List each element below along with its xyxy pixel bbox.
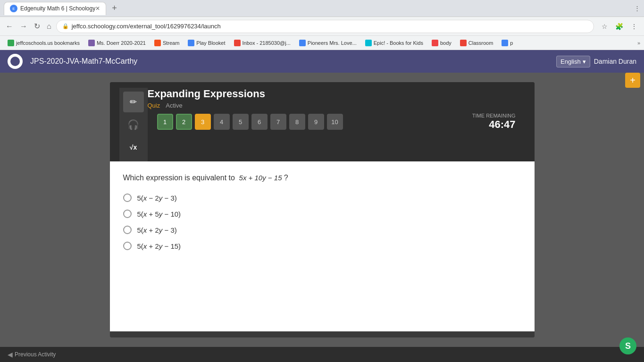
tools-sidebar: ✏ 🎧 √x: [119, 88, 148, 161]
audio-tool-button[interactable]: 🎧: [123, 114, 144, 135]
bookmark-label: Ms. Doerr 2020-2021: [97, 40, 146, 46]
bookmark-label: Stream: [163, 40, 179, 46]
reload-button[interactable]: ↻: [32, 20, 42, 33]
option-c-text: 5(x + 2y − 3): [137, 226, 177, 234]
question-number-2[interactable]: 2: [176, 114, 192, 130]
option-b[interactable]: 5(x + 5y − 10): [123, 210, 521, 218]
bookmark-label: Play Blooket: [196, 40, 225, 46]
bookmark-icon: [502, 40, 508, 46]
add-button[interactable]: +: [625, 73, 640, 88]
bookmark-inbox[interactable]: Inbox - 2185030@j...: [230, 39, 294, 47]
new-tab-button[interactable]: +: [108, 3, 121, 13]
bookmark-label: jeffcoschools.us bookmarks: [16, 40, 80, 46]
quiz-meta: Quiz Active: [148, 102, 525, 109]
formula-tool-button[interactable]: √x: [123, 137, 144, 158]
extensions-button[interactable]: 🧩: [612, 21, 626, 32]
bookmark-label: p: [510, 40, 513, 46]
bookmark-blooket[interactable]: Play Blooket: [184, 39, 229, 47]
question-number-3[interactable]: 3: [195, 114, 211, 130]
browser-toolbar: ☆ 🧩 ⋮: [599, 21, 640, 32]
bookmarks-bar: jeffcoschools.us bookmarks Ms. Doerr 202…: [0, 36, 644, 50]
app-logo: [8, 54, 23, 69]
option-d-text: 5(x + 2y − 15): [137, 242, 181, 250]
question-end: ?: [284, 174, 288, 182]
option-b-radio[interactable]: [123, 210, 132, 218]
bookmark-pioneers[interactable]: Pioneers Mrs. Love...: [295, 39, 360, 47]
question-number-6[interactable]: 6: [251, 114, 268, 130]
option-c-radio[interactable]: [123, 226, 132, 234]
question-text: Which expression is equivalent to 5x + 1…: [123, 173, 521, 182]
bookmark-star-button[interactable]: ☆: [599, 21, 611, 32]
question-content: Which expression is equivalent to 5x + 1…: [110, 161, 535, 331]
bookmark-icon: [365, 40, 372, 46]
option-c[interactable]: 5(x + 2y − 3): [123, 226, 521, 234]
bookmark-icon: [8, 40, 14, 46]
bookmark-doerr[interactable]: Ms. Doerr 2020-2021: [84, 39, 150, 47]
quiz-container: ✏ 🎧 √x Expanding Expressions Quiz Active…: [110, 82, 535, 337]
bookmark-icon: [234, 40, 241, 46]
timer-section: TIME REMAINING 46:47: [472, 113, 516, 131]
math-expression: 5x + 10y − 15: [237, 174, 284, 182]
bookmark-label: Inbox - 2185030@j...: [243, 40, 291, 46]
question-number-9[interactable]: 9: [308, 114, 324, 130]
browser-nav: ← → ↻ ⌂ 🔒 jeffco.schoology.com/external_…: [0, 17, 644, 36]
question-number-7[interactable]: 7: [270, 114, 286, 130]
bookmark-icon: [460, 40, 467, 46]
bookmark-icon: [299, 40, 306, 46]
quiz-header-content: Expanding Expressions Quiz Active 1 2 3 …: [148, 88, 525, 161]
bookmark-icon: [154, 40, 161, 46]
bookmark-stream[interactable]: Stream: [151, 39, 183, 47]
browser-tab[interactable]: E Edgenuity Math 6 | Schoology ✕: [4, 2, 106, 15]
bookmark-classroom[interactable]: Classroom: [456, 39, 497, 47]
option-d-radio[interactable]: [123, 242, 132, 250]
browser-menu-button[interactable]: ⋮: [628, 21, 640, 32]
question-number-8[interactable]: 8: [289, 114, 305, 130]
more-bookmarks-button[interactable]: »: [637, 40, 640, 46]
bottom-bar: ◀ Previous Activity: [0, 347, 644, 362]
user-avatar[interactable]: S: [619, 337, 636, 354]
lock-icon: 🔒: [62, 23, 69, 29]
option-a-radio[interactable]: [123, 194, 132, 202]
language-label: English: [560, 58, 581, 65]
home-button[interactable]: ⌂: [45, 20, 53, 33]
address-text: jeffco.schoology.com/external_tool/16299…: [72, 23, 221, 30]
bookmark-label: Classroom: [468, 40, 493, 46]
chevron-down-icon: ▾: [583, 58, 586, 65]
forward-button[interactable]: →: [18, 20, 29, 33]
question-number-4[interactable]: 4: [214, 114, 230, 130]
question-number-5[interactable]: 5: [233, 114, 249, 130]
chrome-menu-icon: ⋮: [634, 5, 640, 12]
quiz-status: Active: [166, 102, 182, 109]
app-header: JPS-2020-JVA-Math7-McCarthy English ▾ Da…: [0, 50, 644, 73]
question-number-10[interactable]: 10: [327, 114, 343, 130]
bookmark-p[interactable]: p: [498, 39, 517, 47]
quiz-header: ✏ 🎧 √x Expanding Expressions Quiz Active…: [110, 82, 535, 161]
user-name: Damian Duran: [594, 58, 636, 65]
bookmark-body[interactable]: body: [428, 39, 455, 47]
back-button[interactable]: ←: [4, 20, 15, 33]
option-d[interactable]: 5(x + 2y − 15): [123, 242, 521, 250]
question-numbers: 1 2 3 4 5 6 7 8 9 10: [157, 114, 343, 130]
question-number-1[interactable]: 1: [157, 114, 173, 130]
prev-activity-arrow[interactable]: ◀: [8, 351, 13, 358]
tab-favicon: E: [10, 5, 17, 12]
option-b-text: 5(x + 5y − 10): [137, 210, 181, 218]
quiz-label: Quiz: [148, 102, 160, 109]
browser-chrome: E Edgenuity Math 6 | Schoology ✕ + ⋮: [0, 0, 644, 17]
bookmark-jeffco[interactable]: jeffcoschools.us bookmarks: [4, 39, 84, 47]
option-a[interactable]: 5(x − 2y − 3): [123, 194, 521, 202]
bookmark-icon: [432, 40, 438, 46]
address-bar[interactable]: 🔒 jeffco.schoology.com/external_tool/162…: [56, 20, 594, 33]
header-right: English ▾ Damian Duran: [556, 56, 636, 67]
answer-options: 5(x − 2y − 3) 5(x + 5y − 10) 5(x + 2y − …: [123, 194, 521, 250]
window-controls: ⋮: [630, 5, 640, 12]
pencil-tool-button[interactable]: ✏: [123, 92, 144, 112]
app-title: JPS-2020-JVA-Math7-McCarthy: [30, 57, 556, 66]
prev-activity-label: Previous Activity: [15, 351, 56, 358]
option-a-text: 5(x − 2y − 3): [137, 194, 177, 202]
bookmark-icon: [88, 40, 95, 46]
quiz-footer: Mark this and return Save and Exit Next …: [110, 331, 535, 337]
tab-close-button[interactable]: ✕: [95, 5, 100, 12]
bookmark-epic[interactable]: Epic! - Books for Kids: [361, 39, 427, 47]
language-selector[interactable]: English ▾: [556, 56, 590, 67]
